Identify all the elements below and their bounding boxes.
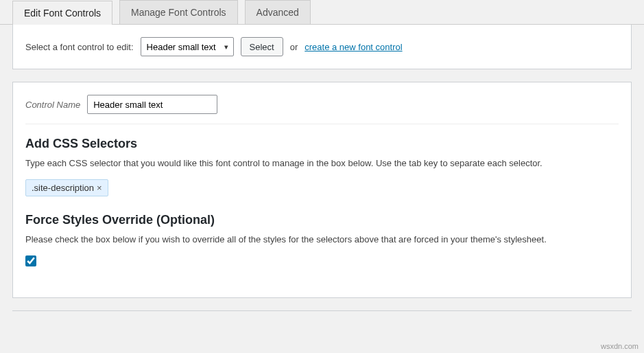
control-name-row: Control Name — [25, 95, 619, 124]
selector-row: Select a font control to edit: Header sm… — [25, 37, 619, 56]
tabs-bar: Edit Font Controls Manage Font Controls … — [0, 0, 644, 25]
selector-tag-label: .site-description — [32, 183, 94, 193]
create-new-font-control-link[interactable]: create a new font control — [305, 42, 402, 52]
select-label: Select a font control to edit: — [25, 42, 134, 52]
css-selectors-title: Add CSS Selectors — [25, 137, 619, 151]
tab-manage-font-controls[interactable]: Manage Font Controls — [119, 0, 238, 24]
css-selectors-tags[interactable]: .site-description × — [25, 179, 619, 196]
control-name-input[interactable] — [87, 95, 217, 114]
edit-control-panel: Control Name Add CSS Selectors Type each… — [12, 82, 632, 298]
selector-tag[interactable]: .site-description × — [25, 179, 108, 196]
close-icon[interactable]: × — [97, 183, 102, 193]
force-override-checkbox[interactable] — [25, 255, 36, 266]
bottom-divider — [12, 310, 632, 319]
tab-edit-font-controls[interactable]: Edit Font Controls — [12, 1, 112, 25]
select-button[interactable]: Select — [241, 37, 283, 56]
or-text: or — [290, 42, 298, 52]
font-control-select[interactable]: Header small text — [141, 37, 234, 56]
css-selectors-desc: Type each CSS selector that you would li… — [25, 158, 619, 168]
watermark: wsxdn.com — [601, 342, 639, 350]
force-override-section: Force Styles Override (Optional) Please … — [25, 213, 619, 269]
control-name-label: Control Name — [25, 100, 80, 110]
force-override-desc: Please check the box below if you wish t… — [25, 234, 619, 244]
select-control-panel: Select a font control to edit: Header sm… — [12, 25, 632, 69]
force-override-title: Force Styles Override (Optional) — [25, 213, 619, 227]
css-selectors-section: Add CSS Selectors Type each CSS selector… — [25, 137, 619, 196]
tab-advanced[interactable]: Advanced — [245, 0, 311, 24]
